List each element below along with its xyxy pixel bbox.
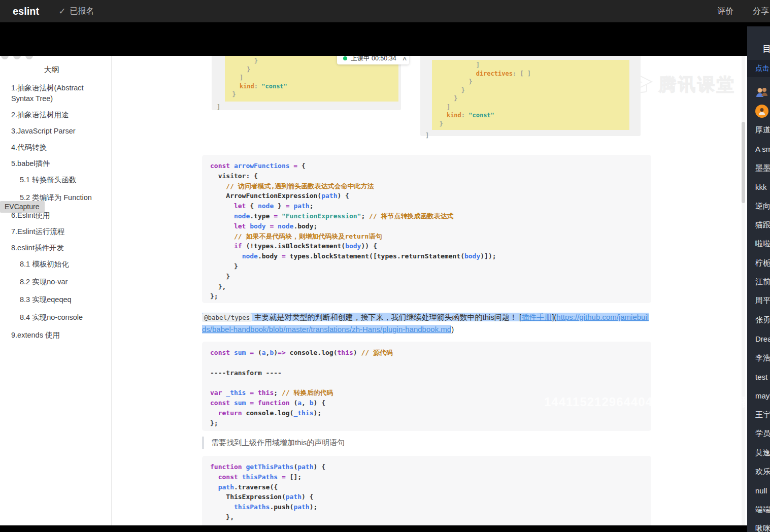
member-name: test — [755, 373, 767, 381]
ast-yellow-highlight: ] directives: [ ] } } } ] kind: "const" … — [432, 60, 629, 130]
member-name: 周平 — [755, 296, 770, 306]
members-action-link[interactable]: 点击 — [747, 60, 770, 77]
text-selection: ]( — [552, 313, 556, 321]
outline-item[interactable]: 7.Eslint运行流程 — [11, 226, 106, 237]
code-line: } — [210, 272, 643, 282]
member-row: 学员_ — [747, 424, 770, 443]
code-line: kind: "const" — [225, 82, 398, 91]
member-name: 欢乐 — [755, 467, 770, 477]
scrollbar-track[interactable] — [742, 56, 745, 525]
member-row: 厚道 — [747, 121, 770, 140]
scrollbar-thumb[interactable] — [742, 122, 745, 203]
member-row: test — [747, 368, 770, 386]
member-name: Drea — [755, 335, 770, 343]
rate-button[interactable]: 评价 — [717, 6, 733, 17]
viewer-watermark: 144115212964404343正在观看直播 — [544, 394, 751, 410]
code-line: }, — [210, 512, 643, 522]
code-block-arrow-functions: const arrowFunctions = { visitor: { // 访… — [202, 155, 651, 303]
member-name: kkk — [755, 183, 767, 191]
outline-item[interactable]: 8.1 模板初始化 — [11, 259, 106, 270]
letterbox-band — [0, 22, 770, 56]
paragraph-text: ) — [451, 325, 454, 334]
member-name: 啦啦 — [755, 239, 770, 249]
code-line: let body = node.body; — [210, 221, 643, 231]
member-name: 厚道 — [755, 125, 770, 135]
member-row: mayb — [747, 386, 770, 405]
outline-item[interactable]: 3.JavaScript Parser — [11, 126, 106, 137]
code-line: } — [432, 94, 629, 103]
hyperlink[interactable]: 插件手册 — [521, 313, 552, 321]
outline-panel: 大纲 1.抽象语法树(Abstract Syntax Tree)2.抽象语法树用… — [0, 56, 112, 525]
member-row: kkk — [747, 178, 770, 196]
code-line: } — [225, 65, 398, 74]
code-line: ] — [432, 61, 629, 70]
member-name: 李浩 — [755, 353, 770, 363]
code-line: } — [432, 120, 629, 128]
member-row: null — [747, 481, 770, 500]
outline-item[interactable]: 5.babel插件 — [11, 158, 106, 169]
outline-item[interactable]: 9.extends 使用 — [11, 330, 106, 341]
ast-json-block-right: ] directives: [ ] } } } ] kind: "const" … — [420, 56, 641, 136]
paragraph-text: ]( — [552, 313, 556, 321]
member-row: 端端 — [747, 501, 770, 519]
course-title: eslint — [13, 6, 39, 17]
member-row: 江前 — [747, 273, 770, 291]
code-line: visitor: { — [210, 171, 643, 181]
member-name: 猫跟 — [755, 220, 770, 230]
code-line: } — [432, 78, 629, 86]
code-line: }; — [210, 291, 643, 302]
teacher-avatar — [755, 105, 768, 118]
document-area: 腾讯课堂 } } ] kind: "const" } ] ] directive… — [112, 56, 747, 525]
member-row: 周平 — [747, 291, 770, 310]
member-name: 柠栀 — [755, 258, 770, 268]
member-name: 王宇 — [755, 410, 770, 420]
tencent-classroom-watermark: 腾讯课堂 — [625, 73, 736, 97]
member-row: 墨墨 — [747, 159, 770, 178]
code-line: thisPaths.push(path); — [210, 502, 643, 512]
member-name: 莫逸 — [755, 448, 770, 458]
member-row: 啦啦 — [747, 235, 770, 253]
live-dot-icon — [343, 56, 347, 60]
code-line: function getThisPaths(path) { — [210, 462, 643, 472]
member-row: 逆向 — [747, 196, 770, 215]
paragraph-text: 主要就是对类型的判断和创建，接下来，我们继续处理箭头函数中的this问题！ — [252, 313, 519, 321]
member-row: 猫跟 — [747, 216, 770, 235]
group-members-icon — [755, 86, 768, 98]
code-line — [210, 378, 643, 388]
code-line: ] — [217, 103, 401, 112]
code-line: ] — [225, 74, 398, 82]
outline-item[interactable]: 1.抽象语法树(Abstract Syntax Tree) — [11, 83, 106, 104]
code-line: } — [210, 261, 643, 272]
member-row: 柠栀 — [747, 254, 770, 273]
member-row: 张勇 — [747, 311, 770, 329]
member-name: 墨墨 — [755, 163, 770, 173]
outline-item[interactable]: 8.4 实现no-console — [11, 312, 106, 323]
code-block-get-this-paths: function getThisPaths(path) { const this… — [202, 456, 651, 532]
top-bar: eslint ✓ 已报名 评价 分享 — [0, 0, 770, 22]
outline-item[interactable]: 4.代码转换 — [11, 142, 106, 153]
member-row: 啾咪 — [747, 519, 770, 532]
chevron-up-icon[interactable]: ∧ — [401, 55, 407, 62]
outline-item[interactable]: 8.2 实现no-var — [11, 277, 106, 287]
code-line: // 访问者模式,遇到箭头函数表达式会命中此方法 — [210, 181, 643, 191]
share-button[interactable]: 分享 — [753, 6, 769, 17]
tencent-classroom-watermark-text: 腾讯课堂 — [659, 73, 736, 96]
evcapture-tooltip: EVCapture — [0, 201, 45, 213]
outline-item[interactable]: 8.3 实现eqeqeq — [11, 294, 106, 305]
text-selection: @babel/types — [202, 313, 252, 321]
text-selection: 主要就是对类型的判断和创建，接下来，我们继续处理箭头函数中的this问题！ — [252, 313, 519, 321]
member-row: 莫逸 — [747, 443, 770, 462]
member-row: 李浩 — [747, 348, 770, 367]
member-row: 欢乐 — [747, 462, 770, 481]
inline-code: @babel/types — [202, 313, 252, 322]
member-name: 学员_ — [755, 429, 770, 439]
code-line — [210, 358, 643, 368]
outline-item[interactable]: 8.eslint插件开发 — [11, 243, 106, 253]
outline-title: 大纲 — [11, 65, 92, 75]
code-line: // 如果不是代码块，则增加代码块及return语句 — [210, 231, 643, 242]
code-line: const arrowFunctions = { — [210, 161, 643, 171]
outline-item[interactable]: 5.1 转换箭头函数 — [11, 175, 106, 185]
code-line: const sum = (a,b)=> console.log(this) //… — [210, 348, 643, 358]
outline-item[interactable]: 2.抽象语法树用途 — [11, 110, 106, 120]
code-line: const thisPaths = []; — [210, 472, 643, 482]
